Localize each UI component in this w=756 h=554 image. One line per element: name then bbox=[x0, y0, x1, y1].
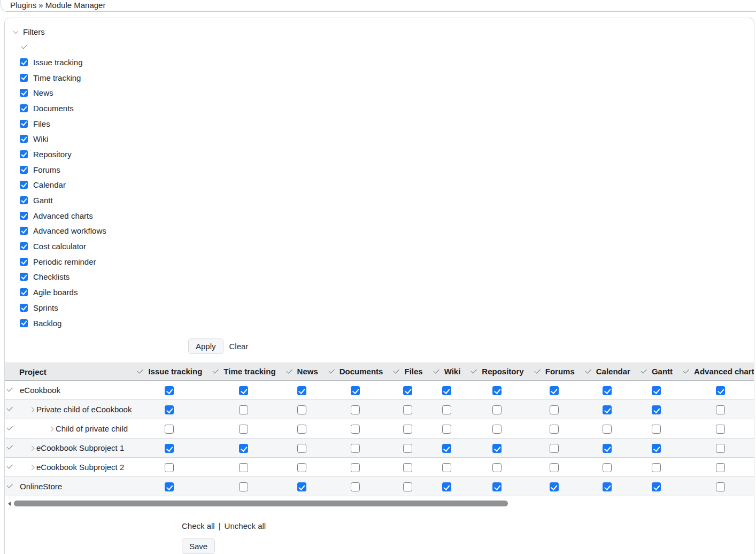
apply-button[interactable]: Apply bbox=[188, 338, 223, 354]
module-checkbox[interactable] bbox=[492, 444, 502, 453]
module-checkbox[interactable] bbox=[603, 405, 612, 414]
module-checkbox[interactable] bbox=[403, 386, 412, 395]
module-checkbox[interactable] bbox=[239, 482, 248, 491]
module-checkbox[interactable] bbox=[652, 463, 661, 472]
module-checkbox[interactable] bbox=[239, 386, 248, 395]
row-select-cell[interactable] bbox=[5, 477, 14, 496]
module-checkbox[interactable] bbox=[165, 425, 174, 434]
module-checkbox[interactable] bbox=[239, 444, 248, 453]
module-checkbox[interactable] bbox=[403, 482, 412, 491]
filter-checkbox[interactable] bbox=[20, 181, 28, 189]
check-icon[interactable] bbox=[682, 367, 690, 375]
scrollbar-thumb[interactable] bbox=[14, 501, 508, 506]
chevron-right-icon[interactable] bbox=[29, 406, 35, 413]
module-checkbox[interactable] bbox=[351, 463, 360, 472]
module-checkbox[interactable] bbox=[297, 425, 306, 434]
module-checkbox[interactable] bbox=[165, 482, 174, 491]
check-icon[interactable] bbox=[392, 367, 400, 375]
project-name[interactable]: Private child of eCookbook bbox=[36, 405, 132, 414]
module-checkbox[interactable] bbox=[652, 405, 661, 414]
filter-checkbox[interactable] bbox=[20, 242, 28, 250]
check-icon[interactable] bbox=[534, 367, 542, 375]
module-checkbox[interactable] bbox=[716, 386, 725, 395]
module-checkbox[interactable] bbox=[297, 444, 306, 453]
horizontal-scrollbar[interactable] bbox=[5, 501, 754, 508]
module-checkbox[interactable] bbox=[239, 405, 248, 414]
filter-checkbox[interactable] bbox=[20, 74, 28, 82]
chevron-right-icon[interactable] bbox=[29, 445, 35, 451]
module-checkbox[interactable] bbox=[403, 463, 412, 472]
filter-checkbox[interactable] bbox=[20, 104, 28, 112]
check-icon[interactable] bbox=[584, 367, 592, 375]
module-checkbox[interactable] bbox=[442, 444, 451, 453]
module-checkbox[interactable] bbox=[716, 444, 725, 453]
module-checkbox[interactable] bbox=[603, 482, 612, 491]
module-checkbox[interactable] bbox=[351, 386, 360, 395]
filter-checkbox[interactable] bbox=[20, 304, 28, 312]
uncheck-all-link[interactable]: Uncheck all bbox=[225, 521, 266, 530]
filter-checkbox[interactable] bbox=[20, 120, 28, 128]
check-icon[interactable] bbox=[328, 367, 336, 375]
module-checkbox[interactable] bbox=[492, 386, 502, 395]
filter-checkbox[interactable] bbox=[20, 58, 28, 66]
module-checkbox[interactable] bbox=[351, 425, 360, 434]
module-checkbox[interactable] bbox=[442, 425, 451, 434]
project-name[interactable]: eCookbook bbox=[20, 386, 60, 395]
filters-section-header[interactable]: Filters bbox=[13, 26, 754, 37]
filter-checkbox[interactable] bbox=[20, 288, 28, 296]
module-checkbox[interactable] bbox=[550, 482, 559, 491]
filters-toggle-all[interactable] bbox=[20, 43, 754, 51]
row-select-cell[interactable] bbox=[5, 458, 14, 477]
project-name[interactable]: Child of private child bbox=[56, 424, 128, 433]
module-checkbox[interactable] bbox=[297, 386, 306, 395]
module-checkbox[interactable] bbox=[603, 463, 612, 472]
module-checkbox[interactable] bbox=[550, 463, 559, 472]
module-checkbox[interactable] bbox=[492, 405, 502, 414]
project-name[interactable]: eCookbook Subproject 1 bbox=[36, 443, 124, 452]
row-select-cell[interactable] bbox=[5, 400, 14, 419]
check-icon[interactable] bbox=[286, 367, 294, 375]
module-checkbox[interactable] bbox=[492, 425, 502, 434]
filter-checkbox[interactable] bbox=[20, 150, 28, 158]
module-checkbox[interactable] bbox=[550, 425, 559, 434]
module-checkbox[interactable] bbox=[239, 463, 248, 472]
module-checkbox[interactable] bbox=[442, 405, 451, 414]
module-checkbox[interactable] bbox=[403, 425, 412, 434]
check-icon[interactable] bbox=[212, 367, 220, 375]
filter-checkbox[interactable] bbox=[20, 89, 28, 97]
row-select-cell[interactable] bbox=[5, 438, 14, 458]
module-checkbox[interactable] bbox=[165, 386, 174, 395]
project-name[interactable]: OnlineStore bbox=[20, 482, 62, 491]
module-checkbox[interactable] bbox=[652, 444, 661, 453]
filter-checkbox[interactable] bbox=[20, 273, 28, 281]
module-checkbox[interactable] bbox=[403, 405, 412, 414]
module-checkbox[interactable] bbox=[716, 405, 725, 414]
clear-link[interactable]: Clear bbox=[229, 342, 249, 351]
filter-checkbox[interactable] bbox=[20, 196, 28, 204]
module-checkbox[interactable] bbox=[652, 386, 661, 395]
module-checkbox[interactable] bbox=[550, 405, 559, 414]
check-icon[interactable] bbox=[640, 367, 648, 375]
filter-checkbox[interactable] bbox=[20, 212, 28, 220]
row-select-cell[interactable] bbox=[5, 381, 14, 400]
filter-checkbox[interactable] bbox=[20, 319, 28, 327]
module-checkbox[interactable] bbox=[603, 444, 612, 453]
module-checkbox[interactable] bbox=[716, 425, 725, 434]
module-checkbox[interactable] bbox=[492, 463, 502, 472]
module-checkbox[interactable] bbox=[550, 444, 559, 453]
chevron-right-icon[interactable] bbox=[49, 426, 54, 432]
module-checkbox[interactable] bbox=[442, 482, 451, 491]
module-checkbox[interactable] bbox=[603, 386, 612, 395]
project-name[interactable]: eCookbook Subproject 2 bbox=[36, 463, 124, 472]
scroll-left-arrow-icon[interactable] bbox=[8, 502, 11, 506]
module-checkbox[interactable] bbox=[297, 463, 306, 472]
module-checkbox[interactable] bbox=[297, 405, 306, 414]
module-checkbox[interactable] bbox=[716, 463, 725, 472]
save-button[interactable]: Save bbox=[182, 538, 215, 554]
module-checkbox[interactable] bbox=[652, 482, 661, 491]
filter-checkbox[interactable] bbox=[20, 227, 28, 235]
module-checkbox[interactable] bbox=[297, 482, 306, 491]
module-checkbox[interactable] bbox=[652, 425, 661, 434]
filter-checkbox[interactable] bbox=[20, 166, 28, 174]
chevron-right-icon[interactable] bbox=[29, 464, 35, 471]
